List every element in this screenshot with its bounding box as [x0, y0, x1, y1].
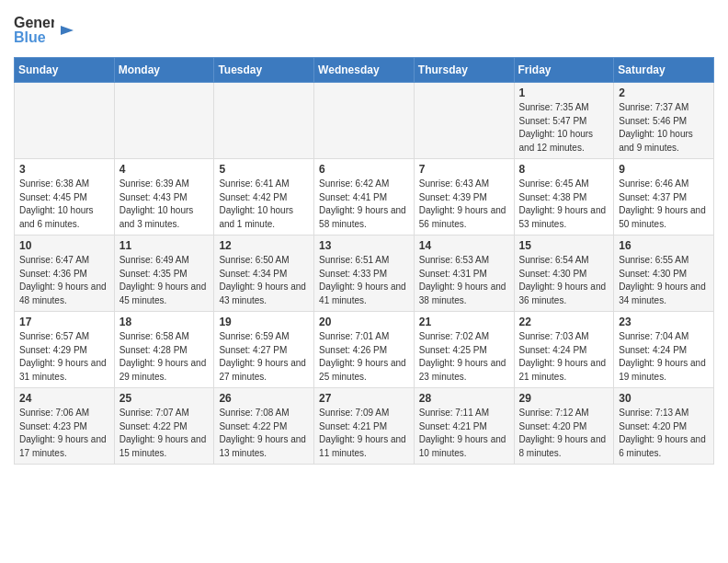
- day-info: Sunrise: 6:45 AMSunset: 4:38 PMDaylight:…: [519, 178, 609, 231]
- calendar-day-cell: 14Sunrise: 6:53 AMSunset: 4:31 PMDayligh…: [414, 236, 514, 312]
- weekday-header-sunday: Sunday: [15, 58, 115, 83]
- calendar-day-cell: 4Sunrise: 6:39 AMSunset: 4:43 PMDaylight…: [114, 159, 214, 236]
- day-info: Sunrise: 6:59 AMSunset: 4:27 PMDaylight:…: [219, 330, 309, 384]
- calendar-week-row: 24Sunrise: 7:06 AMSunset: 4:23 PMDayligh…: [15, 388, 714, 465]
- logo-icon: General Blue: [14, 9, 54, 50]
- weekday-header-tuesday: Tuesday: [214, 58, 314, 83]
- calendar-day-cell: 28Sunrise: 7:11 AMSunset: 4:21 PMDayligh…: [414, 388, 514, 465]
- day-number: 7: [419, 163, 509, 176]
- calendar-week-row: 17Sunrise: 6:57 AMSunset: 4:29 PMDayligh…: [15, 312, 714, 388]
- day-number: 30: [619, 392, 709, 405]
- day-number: 25: [119, 392, 210, 405]
- day-number: 24: [19, 392, 109, 405]
- calendar-day-cell: 26Sunrise: 7:08 AMSunset: 4:22 PMDayligh…: [214, 388, 314, 465]
- day-info: Sunrise: 6:51 AMSunset: 4:33 PMDaylight:…: [319, 254, 409, 307]
- calendar-day-cell: 19Sunrise: 6:59 AMSunset: 4:27 PMDayligh…: [214, 312, 314, 388]
- day-number: 13: [319, 239, 409, 252]
- svg-marker-3: [61, 26, 74, 35]
- calendar-empty-cell: [414, 83, 514, 159]
- day-number: 16: [619, 239, 709, 252]
- calendar-day-cell: 5Sunrise: 6:41 AMSunset: 4:42 PMDaylight…: [214, 159, 314, 236]
- calendar-day-cell: 18Sunrise: 6:58 AMSunset: 4:28 PMDayligh…: [114, 312, 214, 388]
- day-info: Sunrise: 7:37 AMSunset: 5:46 PMDaylight:…: [619, 101, 709, 155]
- day-number: 4: [119, 163, 210, 176]
- day-info: Sunrise: 6:42 AMSunset: 4:41 PMDaylight:…: [319, 178, 409, 231]
- calendar-day-cell: 17Sunrise: 6:57 AMSunset: 4:29 PMDayligh…: [15, 312, 115, 388]
- calendar-day-cell: 10Sunrise: 6:47 AMSunset: 4:36 PMDayligh…: [15, 236, 115, 312]
- day-info: Sunrise: 7:35 AMSunset: 5:47 PMDaylight:…: [519, 101, 609, 155]
- day-number: 8: [519, 163, 609, 176]
- calendar-day-cell: 2Sunrise: 7:37 AMSunset: 5:46 PMDaylight…: [614, 83, 714, 159]
- day-info: Sunrise: 6:38 AMSunset: 4:45 PMDaylight:…: [19, 178, 109, 231]
- calendar-week-row: 3Sunrise: 6:38 AMSunset: 4:45 PMDaylight…: [15, 159, 714, 236]
- day-info: Sunrise: 6:41 AMSunset: 4:42 PMDaylight:…: [219, 178, 309, 231]
- calendar-table: SundayMondayTuesdayWednesdayThursdayFrid…: [14, 57, 714, 465]
- day-number: 5: [219, 163, 309, 176]
- day-info: Sunrise: 6:58 AMSunset: 4:28 PMDaylight:…: [119, 330, 210, 384]
- calendar-day-cell: 21Sunrise: 7:02 AMSunset: 4:25 PMDayligh…: [414, 312, 514, 388]
- day-number: 6: [319, 163, 409, 176]
- weekday-header-thursday: Thursday: [414, 58, 514, 83]
- calendar-day-cell: 13Sunrise: 6:51 AMSunset: 4:33 PMDayligh…: [314, 236, 415, 312]
- day-number: 3: [19, 163, 109, 176]
- page-header: General Blue: [14, 9, 714, 50]
- day-number: 27: [319, 392, 409, 405]
- calendar-day-cell: 25Sunrise: 7:07 AMSunset: 4:22 PMDayligh…: [114, 388, 214, 465]
- calendar-header-row: SundayMondayTuesdayWednesdayThursdayFrid…: [15, 58, 714, 83]
- calendar-day-cell: 15Sunrise: 6:54 AMSunset: 4:30 PMDayligh…: [514, 236, 614, 312]
- day-number: 21: [419, 316, 509, 328]
- calendar-empty-cell: [114, 83, 214, 159]
- calendar-day-cell: 8Sunrise: 6:45 AMSunset: 4:38 PMDaylight…: [514, 159, 614, 236]
- day-number: 17: [19, 316, 109, 328]
- calendar-day-cell: 6Sunrise: 6:42 AMSunset: 4:41 PMDaylight…: [314, 159, 415, 236]
- calendar-week-row: 1Sunrise: 7:35 AMSunset: 5:47 PMDaylight…: [15, 83, 714, 159]
- day-info: Sunrise: 7:11 AMSunset: 4:21 PMDaylight:…: [419, 407, 509, 460]
- calendar-day-cell: 7Sunrise: 6:43 AMSunset: 4:39 PMDaylight…: [414, 159, 514, 236]
- day-info: Sunrise: 6:47 AMSunset: 4:36 PMDaylight:…: [19, 254, 109, 307]
- svg-text:Blue: Blue: [14, 29, 46, 45]
- day-info: Sunrise: 6:53 AMSunset: 4:31 PMDaylight:…: [419, 254, 509, 307]
- calendar-day-cell: 29Sunrise: 7:12 AMSunset: 4:20 PMDayligh…: [514, 388, 614, 465]
- day-number: 29: [519, 392, 609, 405]
- day-number: 26: [219, 392, 309, 405]
- weekday-header-wednesday: Wednesday: [314, 58, 415, 83]
- day-info: Sunrise: 6:43 AMSunset: 4:39 PMDaylight:…: [419, 178, 509, 231]
- day-number: 19: [219, 316, 309, 328]
- calendar-day-cell: 23Sunrise: 7:04 AMSunset: 4:24 PMDayligh…: [614, 312, 714, 388]
- day-info: Sunrise: 7:07 AMSunset: 4:22 PMDaylight:…: [119, 407, 210, 460]
- day-number: 15: [519, 239, 609, 252]
- day-info: Sunrise: 7:01 AMSunset: 4:26 PMDaylight:…: [319, 330, 409, 384]
- day-info: Sunrise: 7:12 AMSunset: 4:20 PMDaylight:…: [519, 407, 609, 460]
- day-info: Sunrise: 6:39 AMSunset: 4:43 PMDaylight:…: [119, 178, 210, 231]
- day-info: Sunrise: 7:04 AMSunset: 4:24 PMDaylight:…: [619, 330, 709, 384]
- logo: General Blue: [14, 9, 75, 50]
- calendar-day-cell: 24Sunrise: 7:06 AMSunset: 4:23 PMDayligh…: [15, 388, 115, 465]
- day-number: 14: [419, 239, 509, 252]
- day-info: Sunrise: 6:50 AMSunset: 4:34 PMDaylight:…: [219, 254, 309, 307]
- day-number: 12: [219, 239, 309, 252]
- day-number: 20: [319, 316, 409, 328]
- day-info: Sunrise: 7:13 AMSunset: 4:20 PMDaylight:…: [619, 407, 709, 460]
- day-info: Sunrise: 7:02 AMSunset: 4:25 PMDaylight:…: [419, 330, 509, 384]
- day-number: 23: [619, 316, 709, 328]
- day-number: 28: [419, 392, 509, 405]
- day-number: 18: [119, 316, 210, 328]
- weekday-header-saturday: Saturday: [614, 58, 714, 83]
- calendar-empty-cell: [314, 83, 415, 159]
- calendar-day-cell: 30Sunrise: 7:13 AMSunset: 4:20 PMDayligh…: [614, 388, 714, 465]
- calendar-day-cell: 12Sunrise: 6:50 AMSunset: 4:34 PMDayligh…: [214, 236, 314, 312]
- calendar-empty-cell: [214, 83, 314, 159]
- weekday-header-friday: Friday: [514, 58, 614, 83]
- calendar-day-cell: 1Sunrise: 7:35 AMSunset: 5:47 PMDaylight…: [514, 83, 614, 159]
- calendar-day-cell: 3Sunrise: 6:38 AMSunset: 4:45 PMDaylight…: [15, 159, 115, 236]
- calendar-day-cell: 20Sunrise: 7:01 AMSunset: 4:26 PMDayligh…: [314, 312, 415, 388]
- logo-arrow-icon: [59, 22, 75, 39]
- calendar-day-cell: 11Sunrise: 6:49 AMSunset: 4:35 PMDayligh…: [114, 236, 214, 312]
- day-number: 11: [119, 239, 210, 252]
- calendar-day-cell: 27Sunrise: 7:09 AMSunset: 4:21 PMDayligh…: [314, 388, 415, 465]
- calendar-day-cell: 16Sunrise: 6:55 AMSunset: 4:30 PMDayligh…: [614, 236, 714, 312]
- day-info: Sunrise: 7:09 AMSunset: 4:21 PMDaylight:…: [319, 407, 409, 460]
- day-info: Sunrise: 6:57 AMSunset: 4:29 PMDaylight:…: [19, 330, 109, 384]
- calendar-week-row: 10Sunrise: 6:47 AMSunset: 4:36 PMDayligh…: [15, 236, 714, 312]
- day-info: Sunrise: 7:06 AMSunset: 4:23 PMDaylight:…: [19, 407, 109, 460]
